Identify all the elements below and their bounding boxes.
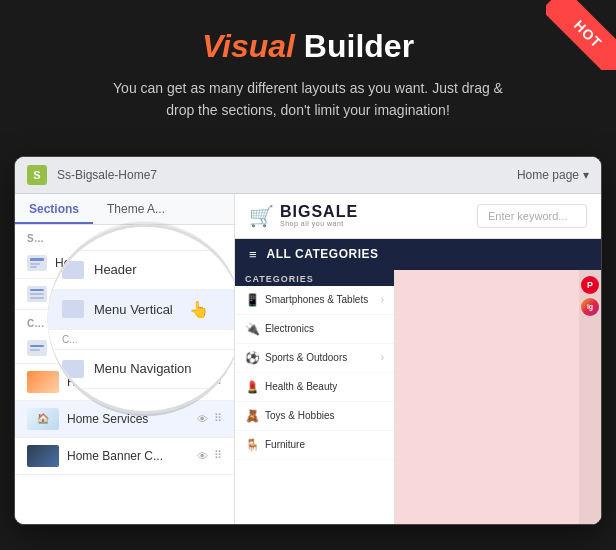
instagram-button[interactable]: ig bbox=[581, 298, 599, 316]
cat-item-electronics[interactable]: 🔌 Electronics bbox=[235, 315, 394, 344]
tab-theme[interactable]: Theme A... bbox=[93, 194, 179, 224]
magnify-menu-vertical-icon bbox=[62, 300, 84, 318]
shopify-icon: S bbox=[27, 165, 47, 185]
magnify-menu-vertical: Menu Vertical 👆 bbox=[48, 290, 235, 330]
svg-rect-7 bbox=[30, 349, 40, 351]
svg-rect-2 bbox=[30, 266, 37, 268]
cat-health-label: Health & Beauty bbox=[265, 381, 337, 392]
hero-section: HOT Visual Builder You can get as many d… bbox=[0, 0, 616, 140]
chevron-down-icon: ▾ bbox=[583, 168, 589, 182]
home-services-label: Home Services bbox=[67, 412, 148, 426]
main-preview-area: P ig bbox=[395, 270, 601, 524]
home-services-actions: 👁 ⠿ bbox=[197, 412, 222, 425]
cat-furniture-label: Furniture bbox=[265, 439, 305, 450]
drag-icon-3[interactable]: ⠿ bbox=[214, 449, 222, 462]
health-icon: 💄 bbox=[245, 380, 259, 394]
magnify-menu-nav-label: Menu Navigation bbox=[94, 361, 192, 376]
categories-section-label: CATEGORIES bbox=[235, 270, 394, 286]
left-sidebar: Sections Theme A... S... Header Menu Ver… bbox=[15, 194, 235, 524]
menu-nav-icon bbox=[27, 340, 47, 356]
logo-area: 🛒 BIGSALE Shop all you want bbox=[249, 204, 358, 228]
cursor-icon: 👆 bbox=[189, 300, 209, 319]
main-title: Visual Builder bbox=[20, 28, 596, 65]
magnify-header: Header bbox=[48, 251, 235, 290]
pinterest-icon: P bbox=[587, 280, 593, 290]
cat-toys-left: 🧸 Toys & Hobbies bbox=[245, 409, 334, 423]
svg-rect-3 bbox=[30, 289, 44, 291]
categories-panel: CATEGORIES 📱 Smartphones & Tablets › 🔌 bbox=[235, 270, 395, 524]
magnify-menu-nav: Menu Navigation bbox=[48, 350, 235, 389]
cat-item-smartphones[interactable]: 📱 Smartphones & Tablets › bbox=[235, 286, 394, 315]
furniture-icon: 🪑 bbox=[245, 438, 259, 452]
cat-item-toys[interactable]: 🧸 Toys & Hobbies bbox=[235, 402, 394, 431]
cat-item-health[interactable]: 💄 Health & Beauty bbox=[235, 373, 394, 402]
svg-rect-6 bbox=[30, 345, 44, 347]
title-visual: Visual bbox=[202, 28, 295, 64]
browser-bar: S Ss-Bigsale-Home7 Home page ▾ bbox=[15, 157, 601, 194]
search-input[interactable]: Enter keyword... bbox=[477, 204, 587, 228]
svg-rect-5 bbox=[30, 297, 44, 299]
shop-body: CATEGORIES 📱 Smartphones & Tablets › 🔌 bbox=[235, 270, 601, 524]
eye-icon-2[interactable]: 👁 bbox=[197, 413, 208, 425]
cat-item-furniture[interactable]: 🪑 Furniture bbox=[235, 431, 394, 460]
cat-health-left: 💄 Health & Beauty bbox=[245, 380, 337, 394]
magnify-menu-vertical-label: Menu Vertical bbox=[94, 302, 173, 317]
shop-header: 🛒 BIGSALE Shop all you want Enter keywor… bbox=[235, 194, 601, 239]
logo-sub: Shop all you want bbox=[280, 220, 358, 227]
smartphone-icon: 📱 bbox=[245, 293, 259, 307]
cat-toys-label: Toys & Hobbies bbox=[265, 410, 334, 421]
cat-electronics-left: 🔌 Electronics bbox=[245, 322, 314, 336]
magnify-header-label: Header bbox=[94, 262, 137, 277]
menu-vertical-icon bbox=[27, 286, 47, 302]
page-selector[interactable]: Home page ▾ bbox=[517, 168, 589, 182]
cat-electronics-label: Electronics bbox=[265, 323, 314, 334]
browser-content: Sections Theme A... S... Header Menu Ver… bbox=[15, 194, 601, 524]
logo-text: BIGSALE Shop all you want bbox=[280, 204, 358, 227]
cat-sports-arrow: › bbox=[381, 352, 384, 363]
home-slider-thumb bbox=[27, 371, 59, 393]
hamburger-icon: ≡ bbox=[249, 247, 257, 262]
magnify-section-c-label: C... bbox=[48, 330, 235, 350]
cat-furniture-left: 🪑 Furniture bbox=[245, 438, 305, 452]
tab-sections[interactable]: Sections bbox=[15, 194, 93, 224]
hot-badge-container: HOT bbox=[546, 0, 616, 70]
cat-smartphones-arrow: › bbox=[381, 294, 384, 305]
home-banner-actions: 👁 ⠿ bbox=[197, 449, 222, 462]
instagram-icon: ig bbox=[587, 303, 593, 310]
sidebar-tabs: Sections Theme A... bbox=[15, 194, 234, 225]
home-banner-label: Home Banner C... bbox=[67, 449, 163, 463]
main-content: 🛒 BIGSALE Shop all you want Enter keywor… bbox=[235, 194, 601, 524]
all-categories-label: ALL CATEGORIES bbox=[267, 247, 379, 261]
sidebar-item-home-banner[interactable]: Home Banner C... 👁 ⠿ bbox=[15, 438, 234, 475]
magnify-header-icon bbox=[62, 261, 84, 279]
sports-icon: ⚽ bbox=[245, 351, 259, 365]
cat-sports-left: ⚽ Sports & Outdoors bbox=[245, 351, 347, 365]
title-rest: Builder bbox=[295, 28, 414, 64]
header-section-icon bbox=[27, 255, 47, 271]
cat-sports-label: Sports & Outdoors bbox=[265, 352, 347, 363]
toys-icon: 🧸 bbox=[245, 409, 259, 423]
drag-icon-2[interactable]: ⠿ bbox=[214, 412, 222, 425]
social-column: P ig bbox=[579, 270, 601, 524]
page-label: Home page bbox=[517, 168, 579, 182]
cat-smartphones-label: Smartphones & Tablets bbox=[265, 294, 368, 305]
pinterest-button[interactable]: P bbox=[581, 276, 599, 294]
svg-rect-1 bbox=[30, 263, 40, 265]
svg-rect-4 bbox=[30, 293, 44, 295]
svg-rect-0 bbox=[30, 258, 44, 261]
shop-nav: ≡ ALL CATEGORIES bbox=[235, 239, 601, 270]
store-name: Ss-Bigsale-Home7 bbox=[57, 168, 157, 182]
logo-icon: 🛒 bbox=[249, 204, 274, 228]
cat-item-sports[interactable]: ⚽ Sports & Outdoors › bbox=[235, 344, 394, 373]
browser-window: S Ss-Bigsale-Home7 Home page ▾ Sections … bbox=[14, 156, 602, 525]
home-services-thumb: 🏠 bbox=[27, 408, 59, 430]
cat-smartphones-left: 📱 Smartphones & Tablets bbox=[245, 293, 368, 307]
logo-main: BIGSALE bbox=[280, 204, 358, 220]
hot-badge: HOT bbox=[546, 0, 616, 70]
home-banner-thumb bbox=[27, 445, 59, 467]
eye-icon-3[interactable]: 👁 bbox=[197, 450, 208, 462]
electronics-icon: 🔌 bbox=[245, 322, 259, 336]
subtitle: You can get as many different layouts as… bbox=[98, 77, 518, 122]
